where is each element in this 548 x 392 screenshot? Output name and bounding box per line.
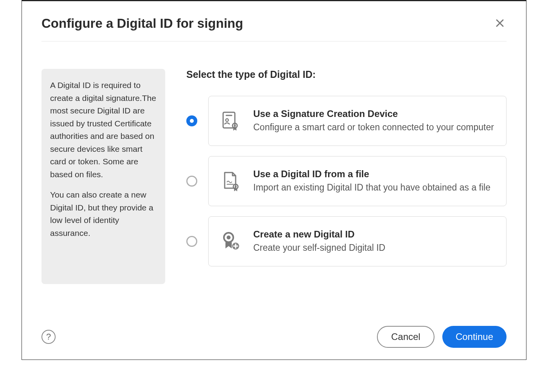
option-desc-create-new: Create your self-signed Digital ID (253, 241, 496, 254)
svg-point-7 (235, 186, 237, 188)
radio-create-new[interactable] (186, 236, 197, 247)
file-id-icon (219, 170, 242, 192)
radio-signature-device[interactable] (186, 115, 197, 126)
dialog-header: Configure a Digital ID for signing (41, 16, 507, 41)
sidebar-paragraph-2: You can also create a new Digital ID, bu… (50, 189, 157, 239)
help-button[interactable]: ? (41, 330, 56, 344)
signature-device-icon (219, 110, 242, 132)
main-heading: Select the type of Digital ID: (186, 69, 507, 80)
option-card-from-file[interactable]: Use a Digital ID from a file Import an e… (208, 156, 507, 206)
info-sidebar: A Digital ID is required to create a dig… (41, 69, 165, 284)
footer-buttons: Cancel Continue (377, 326, 507, 348)
option-signature-device[interactable]: Use a Signature Creation Device Configur… (186, 96, 507, 146)
option-desc-from-file: Import an existing Digital ID that you h… (253, 181, 496, 194)
dialog-title: Configure a Digital ID for signing (41, 16, 243, 31)
cancel-button[interactable]: Cancel (377, 326, 434, 348)
option-create-new[interactable]: Create a new Digital ID Create your self… (186, 216, 507, 266)
configure-digital-id-dialog: Configure a Digital ID for signing A Dig… (22, 0, 526, 360)
option-from-file[interactable]: Use a Digital ID from a file Import an e… (186, 156, 507, 206)
option-desc-signature-device: Configure a smart card or token connecte… (253, 121, 496, 133)
option-title-signature-device: Use a Signature Creation Device (253, 108, 496, 119)
continue-button[interactable]: Continue (442, 326, 507, 348)
close-icon (496, 19, 504, 27)
close-button[interactable] (493, 16, 507, 31)
dialog-body: A Digital ID is required to create a dig… (41, 41, 507, 322)
sidebar-paragraph-1: A Digital ID is required to create a dig… (50, 79, 157, 181)
svg-point-9 (227, 236, 231, 239)
create-new-id-icon (219, 230, 242, 253)
option-title-create-new: Create a new Digital ID (253, 229, 496, 240)
main-content: Select the type of Digital ID: (186, 69, 507, 322)
radio-from-file[interactable] (186, 176, 197, 187)
option-card-create-new[interactable]: Create a new Digital ID Create your self… (208, 216, 507, 266)
svg-point-2 (226, 119, 229, 122)
svg-point-4 (234, 125, 236, 127)
option-title-from-file: Use a Digital ID from a file (253, 169, 496, 180)
dialog-footer: ? Cancel Continue (41, 322, 507, 348)
help-icon: ? (46, 332, 51, 342)
option-text: Create a new Digital ID Create your self… (253, 229, 496, 254)
option-card-signature-device[interactable]: Use a Signature Creation Device Configur… (208, 96, 507, 146)
option-text: Use a Digital ID from a file Import an e… (253, 169, 496, 194)
option-text: Use a Signature Creation Device Configur… (253, 108, 496, 133)
